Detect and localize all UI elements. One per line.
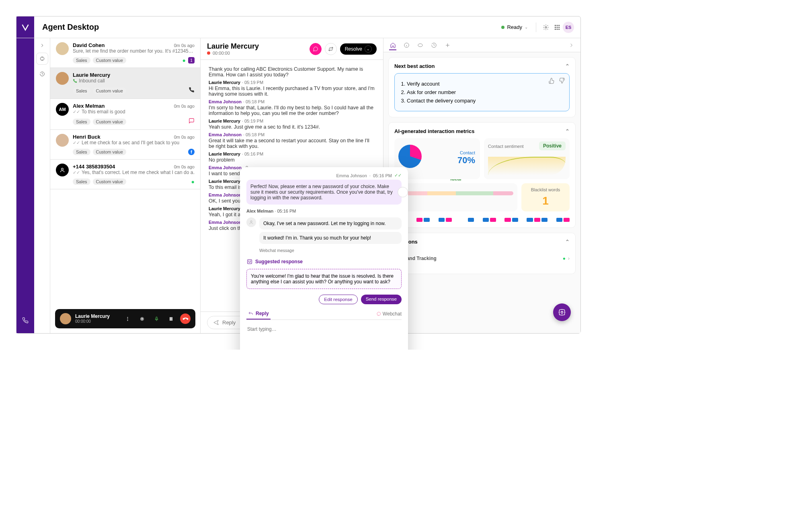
conversation-item[interactable]: Henri Buck0m 0s ago✓✓Let me check for a … [50,130,200,160]
call-mute-button[interactable] [151,313,162,324]
ai-icon[interactable] [36,53,48,65]
svg-point-4 [555,27,556,28]
record-dot-icon [207,51,210,55]
tag: Custom value [93,149,126,155]
chevron-up-icon[interactable]: ⌃ [565,128,570,134]
tab-home[interactable] [389,43,396,50]
call-more-button[interactable] [122,313,133,324]
call-hangup-button[interactable] [180,313,191,324]
chevron-down-icon: ⌄ [525,25,528,29]
composer-popup: Emma Johnson·05:16 PM✓✓ Perfect! Now, pl… [240,167,408,350]
thumbs-up-icon[interactable] [548,78,555,86]
edit-response-button[interactable]: Edit response [319,295,357,304]
tab-history[interactable] [430,41,437,49]
svg-rect-30 [559,309,564,315]
chevron-down-icon: ⌄ [365,45,372,53]
svg-point-11 [62,168,64,170]
conv-preview: ✓✓Yes, that's correct. Let me me check w… [73,170,195,175]
divider [536,23,536,32]
context-panel: Next best action⌃ Verify accountAsk for … [383,38,580,333]
tag: Sales [73,57,90,63]
whatsapp-icon: ● [191,178,195,185]
list-item[interactable]: 23 ance and Tracking 2022 ● › [394,249,570,268]
channel-selector[interactable]: Webchat [376,311,402,317]
history-icon[interactable] [36,68,48,80]
chevron-up-icon[interactable]: ⌃ [565,239,570,245]
svg-point-8 [557,29,558,29]
customer-bubble: Okay, I've set a new password. Let me tr… [259,217,402,229]
settings-button[interactable] [540,22,552,33]
collapse-button[interactable] [36,41,48,49]
phone-rail-button[interactable] [19,314,32,327]
nba-title: Next best action [394,63,435,69]
svg-point-24 [250,221,252,222]
conv-time: 0m 0s ago [174,43,195,48]
conversation-list: David Cohen0m 0s agoSure, let me find th… [50,38,201,333]
tab-add[interactable] [444,41,451,49]
conversation-title: Laurie Mercury [207,42,259,51]
ai-assist-fab[interactable] [553,303,571,321]
call-record-button[interactable] [137,313,147,324]
customer-bubble: It worked! I'm in. Thank you so much for… [259,232,402,244]
tab-expand[interactable] [568,41,575,49]
svg-point-27 [250,261,250,261]
svg-point-14 [127,320,127,320]
unread-badge: 1 [188,57,195,63]
nba-item: Ask for order number [407,89,564,95]
tab-info[interactable] [403,41,410,49]
svg-point-16 [141,318,142,319]
call-avatar [60,313,71,324]
tab-salesforce[interactable] [416,41,424,49]
conv-name: Henri Buck [73,134,100,140]
conversation-item[interactable]: AMAlex Melman0m 0s ago✓✓To this email is… [50,99,200,130]
conv-time: 0m 0s ago [174,104,195,109]
nba-item: Contact the delivery company [407,98,564,104]
nba-box: Verify accountAsk for order numberContac… [394,73,570,111]
tag: Custom value [93,119,126,125]
agent-bubble: Perfect! Now, please enter a new passwor… [246,180,402,205]
message-input[interactable]: Start typing… [246,324,402,346]
thumbs-down-icon[interactable] [559,78,565,86]
brand-logo [16,16,34,38]
whatsapp-icon: ● [182,57,186,63]
svg-point-12 [127,317,127,318]
avatar [56,134,69,147]
conv-name: David Cohen [73,42,105,48]
svg-point-13 [127,318,127,319]
conv-preview: ✓✓Let me check for a sec and I'll get ba… [73,140,195,145]
conversation-item[interactable]: Laurie MercuryInbound callSalesCustom va… [50,68,200,99]
call-pause-button[interactable] [166,313,176,324]
nba-card: Next best action⌃ Verify accountAsk for … [388,57,576,117]
nav-rail [16,38,34,333]
transfer-button[interactable] [325,43,337,55]
chat-channel-button[interactable] [310,43,322,55]
transcript-message: Thank you for calling ABC Electronics Cu… [209,66,375,78]
send-response-button[interactable]: Send response [361,295,402,304]
call-name: Laurie Mercury [75,313,110,319]
metrics-card: AI-generated interaction metrics⌃ Contac… [388,122,576,228]
phone-icon [189,87,195,94]
tag: Sales [73,178,90,185]
user-avatar[interactable]: ES [563,22,574,33]
transcript-message: Emma Johnson· 05:18 PMGreat it will take… [209,132,375,149]
resolve-button[interactable]: Resolve⌄ [340,43,377,55]
conversation-item[interactable]: David Cohen0m 0s agoSure, let me find th… [50,38,200,68]
activity-stripe [394,218,570,222]
presence-status[interactable]: Ready ⌄ [497,23,532,32]
reply-tab[interactable]: Reply [246,308,271,320]
person-icon [246,217,256,227]
conversation-item[interactable]: +144 38583935040m 0s ago✓✓Yes, that's co… [50,160,200,189]
sentiment-chart: Contact sentiment Positive [484,138,570,179]
blacklist-counter: Blacklist words 1 [521,183,570,211]
svg-point-3 [559,25,560,26]
svg-point-5 [557,27,558,28]
svg-point-31 [561,311,563,313]
facebook-icon: f [188,149,195,155]
conv-name: Laurie Mercury [73,72,110,78]
chevron-up-icon[interactable]: ⌃ [565,63,570,69]
context-tabs [383,38,580,52]
tag: Sales [73,149,90,155]
status-dot-icon [501,26,504,29]
apps-grid-button[interactable] [552,22,563,33]
conversations-card: ersations⌃ 23 ance and Tracking 2022 ● › [388,233,576,274]
